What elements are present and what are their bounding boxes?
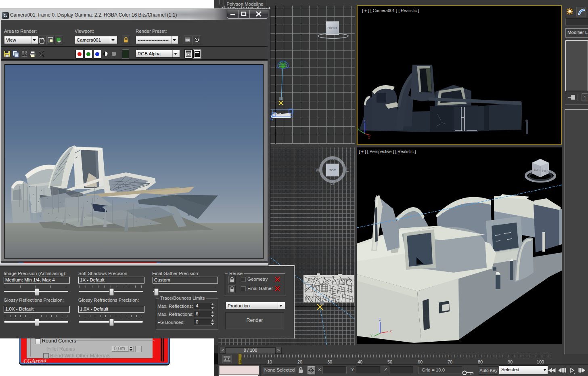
svg-text:90: 90	[508, 359, 513, 364]
svg-text:30: 30	[327, 359, 332, 364]
svg-text:E: E	[345, 167, 349, 173]
svg-text:y: y	[370, 333, 372, 337]
svg-text:LEFT: LEFT	[534, 168, 541, 171]
svg-text:20: 20	[297, 359, 302, 364]
svg-text:TOP: TOP	[329, 168, 336, 172]
svg-text:x: x	[368, 135, 370, 139]
svg-text:S: S	[331, 180, 335, 186]
svg-text:10: 10	[267, 359, 272, 364]
svg-text:z: z	[379, 317, 381, 321]
svg-text:40: 40	[358, 359, 362, 364]
svg-text:y: y	[358, 126, 360, 130]
svg-text:z: z	[364, 119, 366, 123]
svg-text:N: N	[331, 155, 334, 162]
svg-text:100: 100	[537, 359, 544, 364]
svg-text:W: W	[316, 167, 321, 173]
svg-text:50: 50	[387, 359, 392, 364]
svg-text:0: 0	[239, 359, 241, 364]
svg-text:1: 1	[584, 95, 586, 101]
svg-text:60: 60	[418, 359, 423, 364]
svg-text:80: 80	[478, 359, 483, 364]
svg-text:x: x	[390, 329, 392, 333]
svg-text:70: 70	[448, 359, 452, 364]
